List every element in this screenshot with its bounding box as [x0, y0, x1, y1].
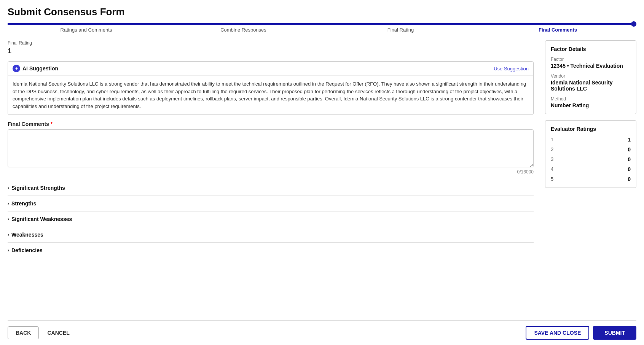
- right-panel: Factor Details Factor 12345 • Technical …: [545, 37, 636, 320]
- ai-suggestion-header: ✦ AI Suggestion Use Suggestion: [8, 62, 533, 76]
- rating-label-4: 4: [551, 166, 553, 172]
- step-ratings-comments[interactable]: Ratings and Comments: [8, 27, 165, 33]
- factor-label: Factor: [551, 57, 631, 62]
- main-panel: Final Rating 1 ✦ AI Suggestion Use Sugge…: [8, 37, 537, 320]
- rating-row-1: 1 1: [551, 137, 631, 143]
- steps-bar: Ratings and Comments Combine Responses F…: [8, 23, 636, 37]
- page-title: Submit Consensus Form: [8, 6, 636, 18]
- use-suggestion-link[interactable]: Use Suggestion: [494, 66, 529, 72]
- rating-label-3: 3: [551, 156, 553, 162]
- content-area: Final Rating 1 ✦ AI Suggestion Use Sugge…: [8, 37, 636, 320]
- ai-suggestion-text: Idemia National Security Solutions LLC i…: [8, 76, 533, 114]
- rating-label-5: 5: [551, 176, 553, 182]
- step-final-comments[interactable]: Final Comments: [479, 27, 636, 33]
- deficiencies-label: Deficiencies: [11, 247, 43, 253]
- rating-value-5: 0: [628, 176, 631, 182]
- save-close-button[interactable]: SAVE AND CLOSE: [526, 326, 589, 340]
- chevron-icon: ›: [8, 232, 9, 237]
- rating-value-4: 0: [628, 166, 631, 172]
- vendor-label: Vendor: [551, 73, 631, 79]
- deficiencies-section[interactable]: › Deficiencies: [8, 242, 534, 258]
- rating-row-3: 3 0: [551, 156, 631, 162]
- final-rating-value: 1: [8, 47, 534, 55]
- significant-strengths-label: Significant Strengths: [11, 185, 65, 191]
- rating-row-4: 4 0: [551, 166, 631, 172]
- significant-weaknesses-section[interactable]: › Significant Weaknesses: [8, 211, 534, 227]
- rating-row-2: 2 0: [551, 146, 631, 153]
- strengths-section[interactable]: › Strengths: [8, 196, 534, 211]
- method-value: Number Rating: [551, 102, 631, 108]
- step-final-rating[interactable]: Final Rating: [322, 27, 479, 33]
- back-button[interactable]: BACK: [8, 326, 39, 339]
- final-comments-textarea[interactable]: [8, 129, 534, 167]
- strengths-label: Strengths: [11, 200, 36, 207]
- submit-button[interactable]: SUBMIT: [593, 326, 636, 340]
- rating-value-3: 0: [628, 156, 631, 162]
- step-combine-responses[interactable]: Combine Responses: [165, 27, 322, 33]
- footer-left: BACK CANCEL: [8, 326, 73, 339]
- evaluator-ratings-title: Evaluator Ratings: [551, 126, 631, 132]
- factor-value: 12345 • Technical Evaluation: [551, 63, 631, 69]
- weaknesses-section[interactable]: › Weaknesses: [8, 227, 534, 242]
- rating-value-2: 0: [628, 146, 631, 153]
- final-rating-label: Final Rating: [8, 40, 534, 46]
- chevron-icon: ›: [8, 201, 9, 206]
- chevron-icon: ›: [8, 185, 9, 191]
- char-count: 0/16000: [8, 169, 534, 175]
- rating-value-1: 1: [628, 137, 631, 143]
- evaluator-ratings-card: Evaluator Ratings 1 1 2 0 3 0 4 0: [545, 120, 636, 188]
- footer: BACK CANCEL SAVE AND CLOSE SUBMIT: [8, 320, 636, 345]
- vendor-value: Idemia National Security Solutions LLC: [551, 79, 631, 92]
- factor-details-title: Factor Details: [551, 46, 631, 52]
- rating-label-1: 1: [551, 137, 553, 142]
- step-dot-active: [631, 21, 636, 27]
- rating-row-5: 5 0: [551, 176, 631, 182]
- required-star: *: [49, 121, 53, 127]
- ai-suggestion-title: ✦ AI Suggestion: [13, 65, 58, 72]
- significant-weaknesses-label: Significant Weaknesses: [11, 216, 72, 222]
- weaknesses-label: Weaknesses: [11, 232, 43, 238]
- significant-strengths-section[interactable]: › Significant Strengths: [8, 180, 534, 196]
- ai-suggestion-box: ✦ AI Suggestion Use Suggestion Idemia Na…: [8, 61, 534, 115]
- cancel-button[interactable]: CANCEL: [43, 326, 73, 339]
- ai-suggestion-label: AI Suggestion: [22, 65, 58, 72]
- method-label: Method: [551, 96, 631, 102]
- chevron-icon: ›: [8, 216, 9, 222]
- rating-label-2: 2: [551, 146, 553, 152]
- final-comments-label: Final Comments *: [8, 121, 534, 127]
- ai-icon: ✦: [13, 65, 20, 72]
- footer-right: SAVE AND CLOSE SUBMIT: [526, 326, 636, 340]
- factor-details-card: Factor Details Factor 12345 • Technical …: [545, 40, 636, 114]
- chevron-icon: ›: [8, 248, 9, 253]
